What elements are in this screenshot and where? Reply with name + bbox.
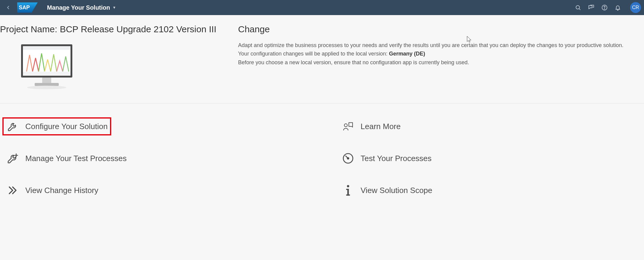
change-column: Change Adapt and optimize the business p… xyxy=(238,24,644,91)
chevron-left-icon xyxy=(5,5,11,10)
test-your-processes-tile[interactable]: Test Your Processes xyxy=(339,151,434,166)
app-title-dropdown[interactable]: Manage Your Solution ▼ xyxy=(47,4,116,11)
learn-more-icon xyxy=(341,120,355,133)
svg-point-13 xyxy=(344,124,347,127)
svg-line-3 xyxy=(579,9,580,10)
learn-more-tile[interactable]: Learn More xyxy=(339,119,403,134)
monitor-illustration xyxy=(18,43,238,91)
info-icon xyxy=(341,184,355,197)
view-solution-scope-label: View Solution Scope xyxy=(361,186,432,195)
avatar-initials: CR xyxy=(632,5,639,10)
back-button[interactable] xyxy=(3,2,13,13)
view-change-history-label: View Change History xyxy=(25,186,98,195)
wrench-icon xyxy=(6,120,19,133)
project-summary-section: Project Name: BCP Release Upgrade 2102 V… xyxy=(0,15,644,103)
feedback-icon xyxy=(588,4,595,11)
app-title-text: Manage Your Solution xyxy=(47,4,110,11)
manage-test-processes-label: Manage Your Test Processes xyxy=(25,154,127,163)
search-icon xyxy=(575,5,581,11)
cursor-icon xyxy=(467,36,472,43)
feedback-button[interactable] xyxy=(588,4,595,11)
svg-point-17 xyxy=(347,158,349,159)
wrench-plus-icon xyxy=(6,152,19,165)
svg-rect-9 xyxy=(23,72,71,76)
help-icon xyxy=(602,5,608,11)
view-change-history-tile[interactable]: View Change History xyxy=(4,182,101,198)
manage-test-processes-tile[interactable]: Manage Your Test Processes xyxy=(4,151,129,166)
svg-point-12 xyxy=(27,86,66,89)
svg-rect-7 xyxy=(23,46,71,76)
configure-your-solution-label: Configure Your Solution xyxy=(25,122,108,131)
test-your-processes-label: Test Your Processes xyxy=(361,154,432,163)
gauge-icon xyxy=(341,152,355,165)
search-button[interactable] xyxy=(575,4,581,11)
sap-logo-icon: SAP xyxy=(17,2,38,13)
project-title: Project Name: BCP Release Upgrade 2102 V… xyxy=(0,24,238,34)
action-tiles-grid: Configure Your Solution Learn More xyxy=(0,103,644,210)
svg-rect-20 xyxy=(346,189,349,190)
change-description-2: Your configuration changes will be appli… xyxy=(238,50,635,57)
shell-header-left: SAP Manage Your Solution ▼ xyxy=(3,2,116,13)
svg-point-5 xyxy=(604,9,605,9)
project-column: Project Name: BCP Release Upgrade 2102 V… xyxy=(0,24,238,91)
local-version-value: Germany (DE) xyxy=(389,51,425,57)
change-description-3: Before you choose a new local version, e… xyxy=(238,59,635,66)
svg-rect-21 xyxy=(346,195,350,196)
change-description-1: Adapt and optimize the business processe… xyxy=(238,42,635,49)
user-avatar[interactable]: CR xyxy=(630,2,641,13)
svg-text:SAP: SAP xyxy=(19,5,30,11)
bell-icon xyxy=(615,5,621,11)
notifications-button[interactable] xyxy=(614,4,621,11)
help-button[interactable] xyxy=(601,4,608,11)
svg-rect-10 xyxy=(42,78,51,83)
learn-more-label: Learn More xyxy=(361,122,401,131)
caret-down-icon: ▼ xyxy=(112,5,116,10)
shell-header: SAP Manage Your Solution ▼ CR xyxy=(0,0,644,15)
configure-your-solution-tile[interactable]: Configure Your Solution xyxy=(4,119,110,134)
svg-point-18 xyxy=(347,185,349,188)
monitor-icon xyxy=(18,43,75,91)
change-desc2-prefix: Your configuration changes will be appli… xyxy=(238,51,389,57)
view-solution-scope-tile[interactable]: View Solution Scope xyxy=(339,182,435,198)
shell-header-actions: CR xyxy=(575,2,641,13)
change-heading: Change xyxy=(238,24,635,34)
svg-rect-11 xyxy=(35,83,59,86)
double-chevron-icon xyxy=(6,184,19,197)
svg-rect-8 xyxy=(23,46,71,50)
sap-logo[interactable]: SAP xyxy=(17,2,38,13)
